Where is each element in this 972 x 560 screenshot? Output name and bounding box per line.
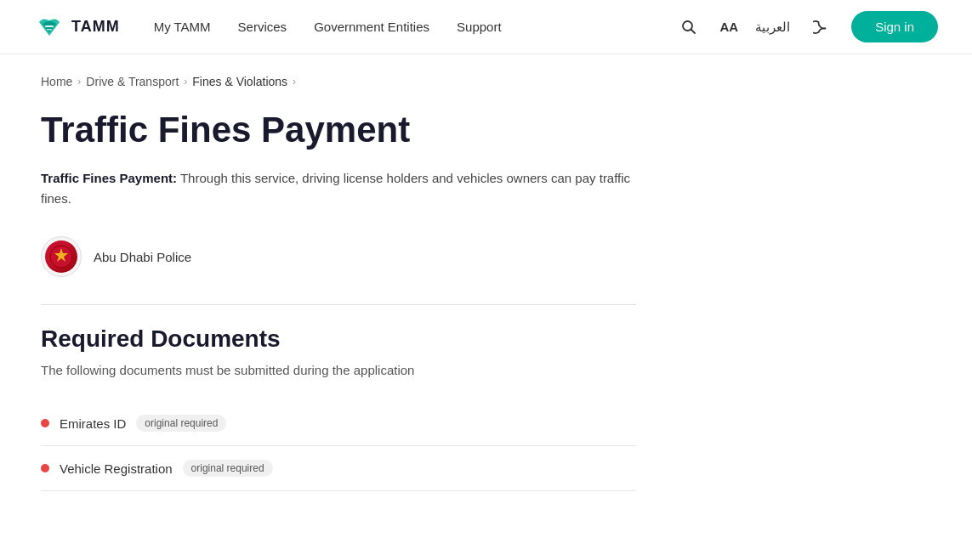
doc-dot-vehicle-registration [41, 464, 49, 472]
breadcrumb-home[interactable]: Home [41, 75, 72, 88]
svg-rect-2 [47, 29, 52, 31]
service-description: Traffic Fines Payment: Through this serv… [41, 168, 636, 209]
doc-badge-vehicle-registration: original required [183, 460, 273, 477]
breadcrumb-sep-2: › [184, 76, 187, 88]
search-icon [681, 20, 696, 35]
doc-badge-emirates-id: original required [136, 415, 226, 432]
required-documents-subtitle: The following documents must be submitte… [41, 363, 639, 377]
search-button[interactable] [675, 14, 702, 41]
entity-name: Abu Dhabi Police [94, 250, 191, 264]
nav-support[interactable]: Support [457, 20, 502, 34]
navbar-left: TAMM My TAMM Services Government Entitie… [34, 12, 502, 42]
nav-my-tamm[interactable]: My TAMM [154, 20, 211, 34]
dark-mode-button[interactable] [807, 14, 834, 41]
nav-services[interactable]: Services [238, 20, 287, 34]
entity-row: Abu Dhabi Police [41, 236, 639, 277]
page-title: Traffic Fines Payment [41, 109, 639, 151]
breadcrumb-sep-3: › [293, 76, 296, 88]
breadcrumb-drive-transport[interactable]: Drive & Transport [86, 75, 179, 88]
breadcrumb: Home › Drive & Transport › Fines & Viola… [0, 54, 972, 99]
navbar: TAMM My TAMM Services Government Entitie… [0, 0, 972, 54]
logo[interactable]: TAMM [34, 12, 120, 42]
doc-name-emirates-id: Emirates ID [60, 416, 126, 431]
entity-logo-inner [45, 240, 77, 273]
doc-dot-emirates-id [41, 419, 49, 427]
svg-rect-1 [45, 25, 54, 27]
doc-name-vehicle-registration: Vehicle Registration [60, 461, 173, 476]
doc-item-emirates-id: Emirates ID original required [41, 401, 636, 446]
arabic-language-button[interactable]: العربية [755, 20, 790, 35]
sign-in-button[interactable]: Sign in [851, 11, 938, 42]
nav-links: My TAMM Services Government Entities Sup… [154, 20, 502, 35]
text-size-button[interactable]: AA [719, 20, 738, 34]
entity-logo [41, 236, 82, 277]
required-documents-title: Required Documents [41, 325, 639, 353]
doc-item-vehicle-registration: Vehicle Registration original required [41, 446, 636, 491]
nav-government-entities[interactable]: Government Entities [314, 20, 429, 34]
main-content: Traffic Fines Payment Traffic Fines Paym… [0, 99, 680, 525]
navbar-right: AA العربية Sign in [675, 11, 938, 42]
tamm-logo-icon [34, 12, 65, 42]
moon-icon [813, 20, 828, 35]
police-emblem-icon [49, 245, 73, 269]
svg-line-4 [691, 29, 696, 33]
breadcrumb-sep-1: › [77, 76, 81, 88]
service-description-bold: Traffic Fines Payment: [41, 171, 177, 185]
logo-text: TAMM [71, 18, 120, 36]
breadcrumb-fines-violations: Fines & Violations [192, 75, 287, 88]
divider-1 [41, 304, 636, 305]
